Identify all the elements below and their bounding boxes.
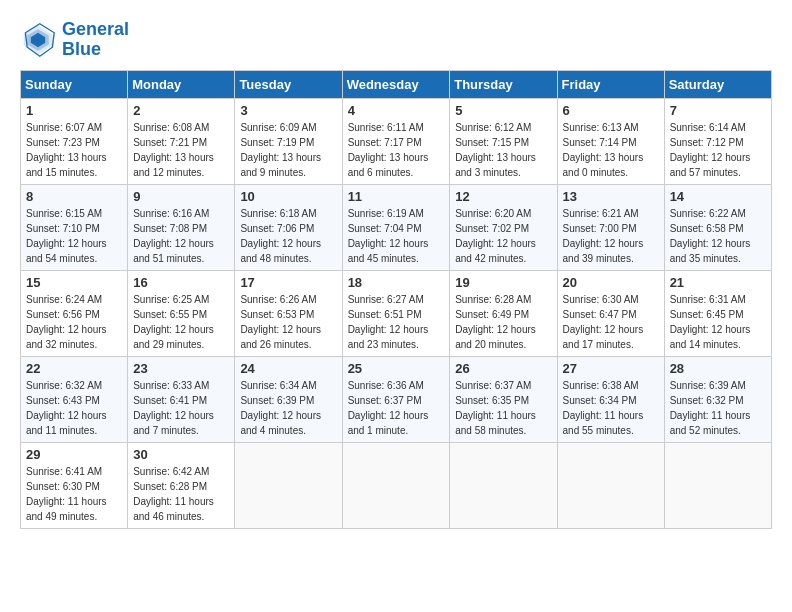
day-info: Sunrise: 6:19 AMSunset: 7:04 PMDaylight:… <box>348 206 445 266</box>
day-number: 27 <box>563 361 659 376</box>
calendar-table: SundayMondayTuesdayWednesdayThursdayFrid… <box>20 70 772 529</box>
calendar-cell: 7 Sunrise: 6:14 AMSunset: 7:12 PMDayligh… <box>664 98 771 184</box>
calendar-cell: 4 Sunrise: 6:11 AMSunset: 7:17 PMDayligh… <box>342 98 450 184</box>
calendar-cell: 2 Sunrise: 6:08 AMSunset: 7:21 PMDayligh… <box>128 98 235 184</box>
column-header-friday: Friday <box>557 70 664 98</box>
day-number: 15 <box>26 275 122 290</box>
day-info: Sunrise: 6:24 AMSunset: 6:56 PMDaylight:… <box>26 292 122 352</box>
day-number: 23 <box>133 361 229 376</box>
calendar-cell: 8 Sunrise: 6:15 AMSunset: 7:10 PMDayligh… <box>21 184 128 270</box>
day-info: Sunrise: 6:31 AMSunset: 6:45 PMDaylight:… <box>670 292 766 352</box>
calendar-cell: 26 Sunrise: 6:37 AMSunset: 6:35 PMDaylig… <box>450 356 557 442</box>
calendar-cell: 9 Sunrise: 6:16 AMSunset: 7:08 PMDayligh… <box>128 184 235 270</box>
day-info: Sunrise: 6:39 AMSunset: 6:32 PMDaylight:… <box>670 378 766 438</box>
day-number: 12 <box>455 189 551 204</box>
day-info: Sunrise: 6:08 AMSunset: 7:21 PMDaylight:… <box>133 120 229 180</box>
day-number: 21 <box>670 275 766 290</box>
calendar-cell: 29 Sunrise: 6:41 AMSunset: 6:30 PMDaylig… <box>21 442 128 528</box>
day-info: Sunrise: 6:41 AMSunset: 6:30 PMDaylight:… <box>26 464 122 524</box>
day-info: Sunrise: 6:30 AMSunset: 6:47 PMDaylight:… <box>563 292 659 352</box>
calendar-cell <box>342 442 450 528</box>
calendar-cell: 10 Sunrise: 6:18 AMSunset: 7:06 PMDaylig… <box>235 184 342 270</box>
day-info: Sunrise: 6:21 AMSunset: 7:00 PMDaylight:… <box>563 206 659 266</box>
calendar-header-row: SundayMondayTuesdayWednesdayThursdayFrid… <box>21 70 772 98</box>
calendar-cell: 6 Sunrise: 6:13 AMSunset: 7:14 PMDayligh… <box>557 98 664 184</box>
day-number: 18 <box>348 275 445 290</box>
logo-text: General Blue <box>62 20 129 60</box>
day-number: 20 <box>563 275 659 290</box>
calendar-cell: 3 Sunrise: 6:09 AMSunset: 7:19 PMDayligh… <box>235 98 342 184</box>
calendar-cell: 24 Sunrise: 6:34 AMSunset: 6:39 PMDaylig… <box>235 356 342 442</box>
day-info: Sunrise: 6:42 AMSunset: 6:28 PMDaylight:… <box>133 464 229 524</box>
logo-icon <box>20 22 56 58</box>
day-info: Sunrise: 6:27 AMSunset: 6:51 PMDaylight:… <box>348 292 445 352</box>
day-info: Sunrise: 6:15 AMSunset: 7:10 PMDaylight:… <box>26 206 122 266</box>
day-info: Sunrise: 6:14 AMSunset: 7:12 PMDaylight:… <box>670 120 766 180</box>
day-info: Sunrise: 6:28 AMSunset: 6:49 PMDaylight:… <box>455 292 551 352</box>
calendar-cell: 18 Sunrise: 6:27 AMSunset: 6:51 PMDaylig… <box>342 270 450 356</box>
logo: General Blue <box>20 20 129 60</box>
calendar-week-1: 1 Sunrise: 6:07 AMSunset: 7:23 PMDayligh… <box>21 98 772 184</box>
column-header-sunday: Sunday <box>21 70 128 98</box>
day-info: Sunrise: 6:37 AMSunset: 6:35 PMDaylight:… <box>455 378 551 438</box>
day-info: Sunrise: 6:25 AMSunset: 6:55 PMDaylight:… <box>133 292 229 352</box>
calendar-cell <box>450 442 557 528</box>
day-info: Sunrise: 6:11 AMSunset: 7:17 PMDaylight:… <box>348 120 445 180</box>
column-header-tuesday: Tuesday <box>235 70 342 98</box>
calendar-week-3: 15 Sunrise: 6:24 AMSunset: 6:56 PMDaylig… <box>21 270 772 356</box>
calendar-week-5: 29 Sunrise: 6:41 AMSunset: 6:30 PMDaylig… <box>21 442 772 528</box>
calendar-cell: 11 Sunrise: 6:19 AMSunset: 7:04 PMDaylig… <box>342 184 450 270</box>
column-header-wednesday: Wednesday <box>342 70 450 98</box>
day-number: 25 <box>348 361 445 376</box>
day-info: Sunrise: 6:12 AMSunset: 7:15 PMDaylight:… <box>455 120 551 180</box>
day-number: 9 <box>133 189 229 204</box>
calendar-cell: 16 Sunrise: 6:25 AMSunset: 6:55 PMDaylig… <box>128 270 235 356</box>
day-info: Sunrise: 6:33 AMSunset: 6:41 PMDaylight:… <box>133 378 229 438</box>
day-number: 11 <box>348 189 445 204</box>
calendar-cell: 27 Sunrise: 6:38 AMSunset: 6:34 PMDaylig… <box>557 356 664 442</box>
day-number: 5 <box>455 103 551 118</box>
day-info: Sunrise: 6:38 AMSunset: 6:34 PMDaylight:… <box>563 378 659 438</box>
calendar-cell: 30 Sunrise: 6:42 AMSunset: 6:28 PMDaylig… <box>128 442 235 528</box>
day-info: Sunrise: 6:18 AMSunset: 7:06 PMDaylight:… <box>240 206 336 266</box>
day-info: Sunrise: 6:22 AMSunset: 6:58 PMDaylight:… <box>670 206 766 266</box>
calendar-cell: 28 Sunrise: 6:39 AMSunset: 6:32 PMDaylig… <box>664 356 771 442</box>
day-number: 19 <box>455 275 551 290</box>
day-info: Sunrise: 6:32 AMSunset: 6:43 PMDaylight:… <box>26 378 122 438</box>
calendar-cell: 23 Sunrise: 6:33 AMSunset: 6:41 PMDaylig… <box>128 356 235 442</box>
day-info: Sunrise: 6:13 AMSunset: 7:14 PMDaylight:… <box>563 120 659 180</box>
day-number: 2 <box>133 103 229 118</box>
calendar-cell: 20 Sunrise: 6:30 AMSunset: 6:47 PMDaylig… <box>557 270 664 356</box>
column-header-saturday: Saturday <box>664 70 771 98</box>
calendar-cell: 13 Sunrise: 6:21 AMSunset: 7:00 PMDaylig… <box>557 184 664 270</box>
day-number: 22 <box>26 361 122 376</box>
calendar-week-2: 8 Sunrise: 6:15 AMSunset: 7:10 PMDayligh… <box>21 184 772 270</box>
day-number: 30 <box>133 447 229 462</box>
calendar-cell: 14 Sunrise: 6:22 AMSunset: 6:58 PMDaylig… <box>664 184 771 270</box>
calendar-cell: 5 Sunrise: 6:12 AMSunset: 7:15 PMDayligh… <box>450 98 557 184</box>
day-info: Sunrise: 6:20 AMSunset: 7:02 PMDaylight:… <box>455 206 551 266</box>
calendar-cell: 15 Sunrise: 6:24 AMSunset: 6:56 PMDaylig… <box>21 270 128 356</box>
day-info: Sunrise: 6:26 AMSunset: 6:53 PMDaylight:… <box>240 292 336 352</box>
day-number: 4 <box>348 103 445 118</box>
calendar-cell: 25 Sunrise: 6:36 AMSunset: 6:37 PMDaylig… <box>342 356 450 442</box>
calendar-cell: 1 Sunrise: 6:07 AMSunset: 7:23 PMDayligh… <box>21 98 128 184</box>
calendar-cell <box>235 442 342 528</box>
day-info: Sunrise: 6:07 AMSunset: 7:23 PMDaylight:… <box>26 120 122 180</box>
calendar-cell <box>664 442 771 528</box>
day-number: 6 <box>563 103 659 118</box>
column-header-monday: Monday <box>128 70 235 98</box>
column-header-thursday: Thursday <box>450 70 557 98</box>
day-info: Sunrise: 6:34 AMSunset: 6:39 PMDaylight:… <box>240 378 336 438</box>
day-number: 3 <box>240 103 336 118</box>
day-number: 13 <box>563 189 659 204</box>
calendar-cell <box>557 442 664 528</box>
day-number: 26 <box>455 361 551 376</box>
calendar-cell: 12 Sunrise: 6:20 AMSunset: 7:02 PMDaylig… <box>450 184 557 270</box>
day-info: Sunrise: 6:09 AMSunset: 7:19 PMDaylight:… <box>240 120 336 180</box>
day-number: 10 <box>240 189 336 204</box>
calendar-cell: 21 Sunrise: 6:31 AMSunset: 6:45 PMDaylig… <box>664 270 771 356</box>
day-info: Sunrise: 6:36 AMSunset: 6:37 PMDaylight:… <box>348 378 445 438</box>
day-number: 29 <box>26 447 122 462</box>
day-number: 8 <box>26 189 122 204</box>
